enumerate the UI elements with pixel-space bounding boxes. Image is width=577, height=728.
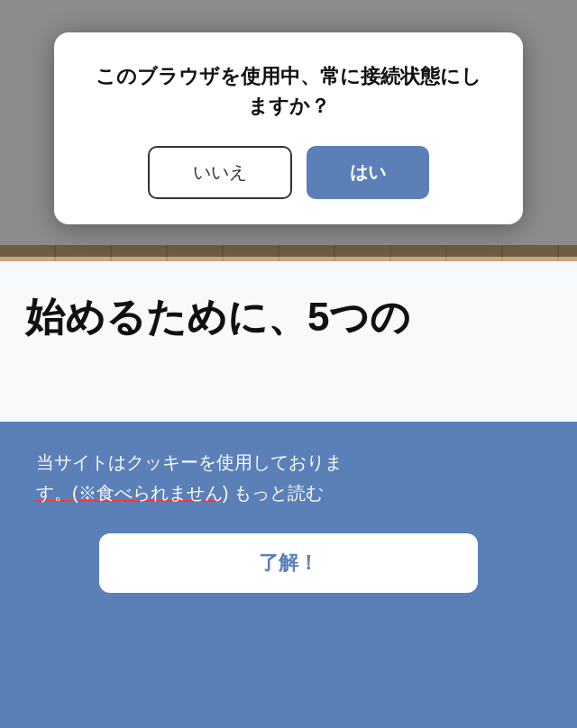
cookie-banner: 当サイトはクッキーを使用しておりま す。(※食べられません) もっと読む 了解！ [0, 422, 577, 728]
dialog-overlay: このブラウザを使用中、常に接続状態にしますか？ いいえ はい [0, 0, 577, 257]
cookie-text-part2: す。(※食べられません) [36, 483, 228, 503]
page-heading: 始めるために、5つの [25, 294, 552, 341]
cookie-text-part1: 当サイトはクッキーを使用しておりま [36, 452, 343, 472]
cookie-ok-button[interactable]: 了解！ [99, 533, 478, 593]
dialog-title: このブラウザを使用中、常に接続状態にしますか？ [87, 61, 490, 121]
yes-button[interactable]: はい [307, 146, 429, 199]
cookie-text: 当サイトはクッキーを使用しておりま す。(※食べられません) もっと読む [36, 447, 541, 508]
no-button[interactable]: いいえ [148, 146, 292, 199]
cookie-more-link[interactable]: もっと読む [228, 483, 324, 503]
dialog-box: このブラウザを使用中、常に接続状態にしますか？ いいえ はい [54, 32, 523, 224]
dialog-buttons: いいえ はい [87, 146, 490, 199]
page-content: 始めるために、5つの [0, 261, 577, 423]
